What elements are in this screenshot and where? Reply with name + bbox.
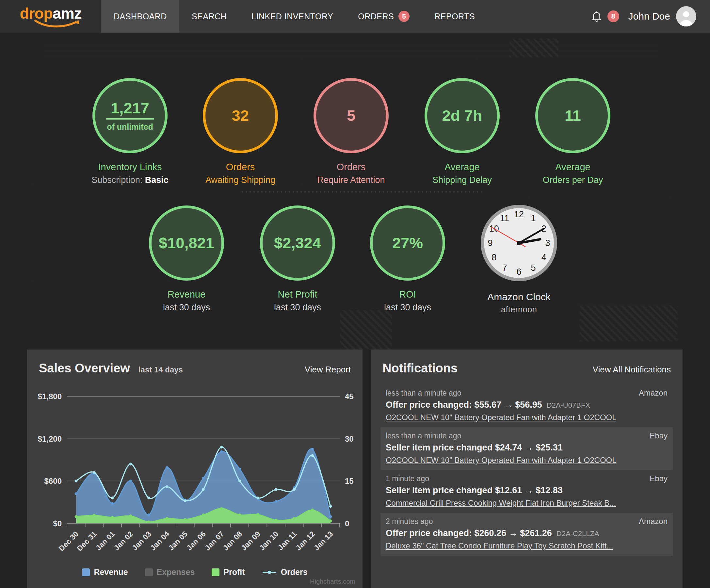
stat-label: Inventory Links — [71, 162, 189, 172]
sales-chart-area: $1,80045$1,20030$60015$00Dec 30Dec 31Jan… — [27, 350, 362, 588]
notification-product-link[interactable]: Commercial Grill Press Cooking Weight Fl… — [386, 498, 616, 508]
notification-product-link[interactable]: O2COOL NEW 10" Battery Operated Fan with… — [386, 413, 617, 422]
stat-sublabel: last 30 days — [239, 303, 356, 313]
notification-time: less than a minute ago — [386, 389, 461, 398]
nav-right: 8 John Doe — [590, 0, 710, 33]
stat-card-orders[interactable]: 32 Orders Awaiting Shipping — [182, 78, 299, 185]
bell-icon[interactable] — [590, 10, 603, 23]
series-swatch — [82, 568, 90, 576]
stat-card-average[interactable]: 2d 7h Average Shipping Delay — [403, 78, 521, 185]
x-axis-label: Jan 11 — [276, 530, 298, 552]
stat-value: 27% — [392, 235, 423, 252]
nav-item-orders[interactable]: ORDERS 5 — [346, 0, 422, 33]
legend-item-revenue[interactable]: Revenue — [82, 567, 128, 577]
legend-item-orders[interactable]: Orders — [262, 567, 308, 577]
user-name[interactable]: John Doe — [629, 11, 670, 22]
subscription-prefix: Subscription: — [91, 175, 145, 185]
background-texture — [580, 305, 678, 342]
background-texture — [242, 191, 482, 192]
view-report-link[interactable]: View Report — [305, 364, 351, 375]
notification-item: less than a minute ago Amazon Offer pric… — [380, 384, 673, 427]
background-texture — [340, 310, 392, 350]
stat-card-average[interactable]: 11 Average Orders per Day — [514, 78, 632, 185]
stat-card-orders[interactable]: 5 Orders Require Attention — [292, 78, 410, 185]
clock-subtitle: afternoon — [457, 304, 581, 314]
line-marker-icon — [262, 569, 277, 575]
stat-circle: $10,821 — [149, 206, 224, 281]
svg-text:30: 30 — [345, 434, 354, 443]
legend-label: Revenue — [94, 567, 128, 577]
notifications-list: less than a minute ago Amazon Offer pric… — [371, 384, 683, 556]
nav-item-badge: 5 — [398, 11, 409, 22]
stat-circle: 1,217 of unlimited — [92, 78, 168, 153]
x-axis-label: Jan 08 — [221, 530, 244, 552]
legend-label: Expenses — [157, 567, 195, 577]
svg-text:$1,200: $1,200 — [38, 434, 62, 443]
sales-chart-svg: $1,80045$1,20030$60015$00Dec 30Dec 31Jan… — [27, 350, 362, 588]
x-axis-label: Jan 10 — [258, 530, 280, 552]
nav-item-reports[interactable]: REPORTS — [422, 0, 487, 33]
view-all-notifications-link[interactable]: View All Notifications — [593, 364, 671, 375]
notification-time: 1 minute ago — [386, 474, 429, 483]
stat-value: $10,821 — [159, 235, 214, 252]
nav-item-label: SEARCH — [192, 12, 227, 21]
person-icon — [676, 6, 696, 26]
sales-panel-header: Sales Overview last 14 days View Report — [27, 350, 362, 375]
stat-card-roi[interactable]: 27% ROI last 30 days — [349, 206, 466, 313]
nav-item-label: REPORTS — [434, 12, 475, 21]
stat-value: 5 — [347, 107, 355, 124]
x-axis-label: Dec 30 — [57, 530, 80, 553]
notification-time: less than a minute ago — [386, 431, 461, 440]
nav-item-dashboard[interactable]: DASHBOARD — [101, 0, 179, 33]
stat-circle: 2d 7h — [425, 78, 500, 153]
nav-item-search[interactable]: SEARCH — [179, 0, 239, 33]
svg-text:$0: $0 — [53, 519, 62, 528]
nav-item-label: DASHBOARD — [114, 12, 167, 21]
stat-label: Net Profit — [239, 289, 356, 300]
highcharts-credit[interactable]: Highcharts.com — [310, 578, 355, 585]
stat-value: 2d 7h — [442, 107, 482, 124]
stat-value: 32 — [232, 107, 249, 124]
nav-item-label: LINKED INVENTORY — [252, 12, 333, 21]
legend-label: Orders — [281, 567, 308, 577]
top-navbar: dropamz DASHBOARD SEARCH LINKED INVENTOR… — [0, 0, 710, 33]
sales-panel-title: Sales Overview — [39, 361, 130, 375]
svg-text:45: 45 — [345, 392, 354, 401]
notifications-panel: Notifications View All Notifications les… — [371, 350, 683, 588]
chart-legend: RevenueExpensesProfitOrders — [27, 567, 362, 577]
stat-card-revenue[interactable]: $10,821 Revenue last 30 days — [128, 206, 245, 313]
series-swatch — [145, 568, 153, 576]
stat-circle: 5 — [313, 78, 388, 153]
svg-text:$600: $600 — [44, 477, 62, 486]
stat-circle: 27% — [370, 206, 445, 281]
user-avatar[interactable] — [676, 6, 696, 26]
stat-sublabel: last 30 days — [128, 303, 245, 313]
clock-number: 9 — [488, 238, 493, 248]
amazon-smile-icon — [33, 20, 82, 27]
notification-count-badge[interactable]: 8 — [608, 10, 619, 22]
clock-number: 3 — [545, 238, 550, 248]
legend-item-expenses[interactable]: Expenses — [145, 567, 195, 577]
notification-product-link[interactable]: Deluxe 36" Cat Tree Condo Furniture Play… — [386, 541, 613, 550]
notification-item: 1 minute ago Ebay Seller item price chan… — [380, 470, 673, 513]
stat-label: Revenue — [128, 289, 245, 300]
x-axis-label: Dec 31 — [75, 530, 98, 553]
nav-items: DASHBOARD SEARCH LINKED INVENTORY ORDERS… — [101, 0, 487, 33]
x-axis-label: Jan 12 — [294, 530, 316, 552]
stat-sublabel: Awaiting Shipping — [182, 175, 299, 185]
stat-card-net-profit[interactable]: $2,324 Net Profit last 30 days — [239, 206, 356, 313]
legend-item-profit[interactable]: Profit — [212, 567, 245, 577]
notification-source: Amazon — [639, 517, 667, 526]
clock-title: Amazon Clock — [457, 291, 581, 303]
x-axis-label: Jan 09 — [239, 530, 262, 552]
svg-text:0: 0 — [345, 519, 349, 528]
notification-product-link[interactable]: O2COOL NEW 10" Battery Operated Fan with… — [386, 456, 617, 465]
stat-card-inventory-links[interactable]: 1,217 of unlimited Inventory Links Subsc… — [71, 78, 189, 185]
x-axis-label: Jan 13 — [312, 530, 335, 552]
stat-label: Average — [403, 162, 521, 172]
clock-number: 1 — [531, 213, 536, 223]
app-logo[interactable]: dropamz — [0, 0, 101, 33]
x-axis-label: Jan 02 — [112, 530, 135, 552]
x-axis-label: Jan 01 — [94, 530, 117, 552]
nav-item-linked-inventory[interactable]: LINKED INVENTORY — [239, 0, 346, 33]
